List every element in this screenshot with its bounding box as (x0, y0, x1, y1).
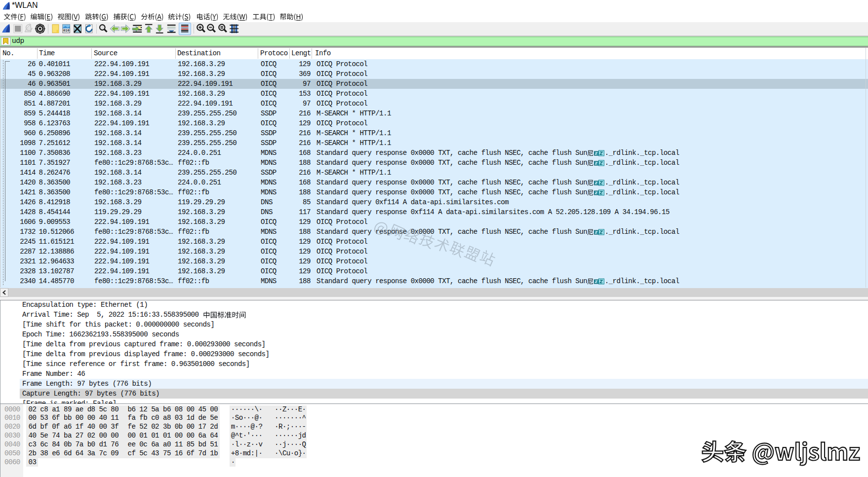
svg-text:010: 010 (63, 29, 69, 33)
